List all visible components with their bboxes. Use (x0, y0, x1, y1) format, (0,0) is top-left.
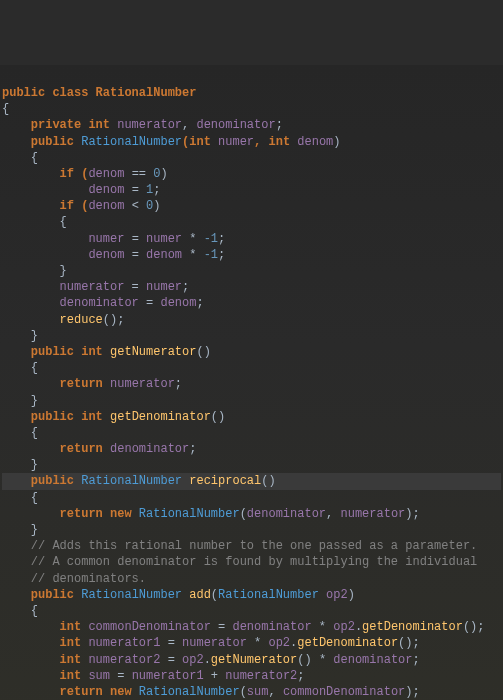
code-line: int sum = numerator1 + numerator2; (2, 669, 304, 683)
code-line: denominator = denom; (2, 296, 204, 310)
class-decl: public class RationalNumber (2, 86, 196, 100)
code-line: return numerator; (2, 377, 182, 391)
code-line: public class RationalNumber (2, 86, 196, 100)
code-line: reduce(); (2, 313, 124, 327)
code-line: if (denom < 0) (2, 199, 160, 213)
brace: { (2, 102, 9, 116)
code-line: public RationalNumber add(RationalNumber… (2, 588, 355, 602)
code-line: if (denom == 0) (2, 167, 168, 181)
code-line: numerator = numer; (2, 280, 189, 294)
code-line: { (2, 491, 38, 505)
code-line: { (2, 151, 38, 165)
code-line: { (2, 102, 9, 116)
code-line: denom = denom * -1; (2, 248, 225, 262)
code-line: // A common denominator is found by mult… (2, 555, 477, 569)
code-line-highlighted: public RationalNumber reciprocal() (2, 473, 501, 489)
code-line: return denominator; (2, 442, 196, 456)
code-line: public int getNumerator() (2, 345, 211, 359)
code-line: // denominators. (2, 572, 146, 586)
code-line: return new RationalNumber(denominator, n… (2, 507, 420, 521)
code-line: int commonDenominator = denominator * op… (2, 620, 485, 634)
code-line: } (2, 264, 67, 278)
code-line: { (2, 361, 38, 375)
code-line: int numerator2 = op2.getNumerator() * de… (2, 653, 420, 667)
code-line: // Adds this rational number to the one … (2, 539, 477, 553)
code-line: denom = 1; (2, 183, 160, 197)
code-line: } (2, 394, 38, 408)
code-line: { (2, 426, 38, 440)
code-line: { (2, 215, 67, 229)
code-line: } (2, 458, 38, 472)
code-line: return new RationalNumber(sum, commonDen… (2, 685, 420, 699)
code-line: public RationalNumber(int numer, int den… (2, 135, 341, 149)
code-editor: public class RationalNumber { private in… (0, 65, 503, 700)
code-line: private int numerator, denominator; (2, 118, 283, 132)
code-line: { (2, 604, 38, 618)
code-line: } (2, 523, 38, 537)
code-line: int numerator1 = numerator * op2.getDeno… (2, 636, 420, 650)
code-line: } (2, 329, 38, 343)
code-line: public int getDenominator() (2, 410, 225, 424)
code-line: numer = numer * -1; (2, 232, 225, 246)
